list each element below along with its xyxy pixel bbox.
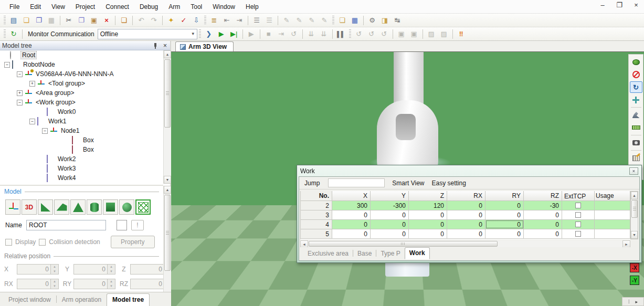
tree-item-tool-group[interactable]: + <Tool group> bbox=[0, 79, 163, 88]
tree-item-work1[interactable]: − Work1 bbox=[0, 117, 163, 126]
usage-cell[interactable] bbox=[595, 220, 630, 229]
spin-up-icon[interactable]: ▲ bbox=[108, 265, 115, 269]
tab-type-p[interactable]: Type P bbox=[376, 248, 404, 259]
toolbar-grip[interactable] bbox=[332, 16, 334, 25]
display-checkbox[interactable] bbox=[5, 239, 12, 246]
z-cell[interactable]: 120 bbox=[409, 201, 447, 210]
measure-icon[interactable] bbox=[630, 122, 642, 133]
start-to-cursor-icon[interactable]: ▶| bbox=[228, 28, 240, 40]
variable-table-icon[interactable]: ▦ bbox=[349, 15, 361, 26]
scrollbar-thumb[interactable] bbox=[164, 195, 171, 271]
y-cell[interactable]: 0 bbox=[371, 220, 409, 229]
col-usage[interactable]: Usage bbox=[595, 191, 630, 201]
add-sphere-button[interactable] bbox=[119, 199, 134, 215]
x-cell[interactable]: 0 bbox=[332, 220, 371, 229]
property-button[interactable]: Property bbox=[111, 236, 155, 248]
add-cone-button[interactable] bbox=[70, 199, 86, 215]
tree-item-box1[interactable]: Box bbox=[0, 135, 163, 145]
footsteps-icon[interactable]: ‼ bbox=[456, 28, 467, 40]
smart-view-menu[interactable]: Smart View bbox=[392, 180, 424, 187]
row-number-cell[interactable]: 4 bbox=[301, 220, 332, 229]
delete-icon[interactable]: × bbox=[101, 15, 112, 26]
name-input[interactable]: ROOT bbox=[26, 220, 106, 230]
ry-cell[interactable]: 0 bbox=[485, 201, 524, 210]
hand-tool-icon[interactable]: ▌▌ bbox=[335, 28, 347, 40]
rz-cell[interactable]: 0 bbox=[524, 220, 562, 229]
ry-cell[interactable]: 0 bbox=[485, 229, 524, 238]
jump-menu[interactable]: Jump bbox=[304, 180, 320, 187]
playback-record-icon[interactable]: ↺ bbox=[366, 28, 377, 40]
col-z[interactable]: Z bbox=[409, 191, 447, 201]
minimize-button[interactable]: – bbox=[598, 1, 607, 9]
search-icon[interactable]: ❏ bbox=[118, 15, 130, 26]
neg-x-view-button[interactable]: -X bbox=[630, 263, 639, 272]
rx-stepper[interactable]: 0▲▼ bbox=[17, 279, 59, 289]
pan-view-icon[interactable] bbox=[630, 94, 642, 105]
add-plane-button[interactable] bbox=[135, 199, 151, 215]
dialog-close-icon[interactable]: × bbox=[629, 167, 638, 175]
resume-icon[interactable]: ▶ bbox=[246, 28, 257, 40]
collision-disable-icon[interactable] bbox=[630, 69, 642, 80]
collapse-toggle[interactable]: − bbox=[4, 62, 10, 68]
project-panel-icon[interactable]: ❏ bbox=[336, 15, 348, 26]
pin-icon[interactable] bbox=[153, 43, 158, 49]
scroll-down-icon[interactable]: ▼ bbox=[164, 176, 171, 184]
collapse-toggle[interactable]: − bbox=[29, 119, 35, 124]
col-exttcp[interactable]: ExtTCP bbox=[562, 191, 595, 201]
scrollbar-thumb[interactable] bbox=[309, 241, 498, 247]
neg-y-view-button[interactable]: -Y bbox=[630, 276, 639, 285]
paste-icon[interactable]: ▣ bbox=[88, 15, 100, 26]
tab-base[interactable]: Base bbox=[353, 248, 376, 259]
rotate-z-icon[interactable]: ↻ bbox=[630, 81, 642, 93]
3d-viewport[interactable]: ↻ -X -Y ⁞ ▸ Work bbox=[171, 51, 644, 306]
jump-input[interactable] bbox=[328, 178, 385, 187]
work-dialog[interactable]: Work × Jump Smart View Easy setting No. … bbox=[297, 165, 642, 263]
x-cell[interactable]: 0 bbox=[332, 229, 371, 238]
menu-project[interactable]: Project bbox=[70, 1, 100, 13]
ry-stepper[interactable]: 0▲▼ bbox=[73, 279, 115, 289]
rx-cell[interactable]: 0 bbox=[447, 229, 485, 238]
camera-icon[interactable] bbox=[630, 137, 642, 149]
ry-cell[interactable]: 0 bbox=[485, 210, 524, 219]
rx-cell[interactable]: 0 bbox=[447, 210, 485, 219]
tree-item-node1[interactable]: − Node1 bbox=[0, 126, 163, 135]
exttcp-checkbox[interactable] bbox=[575, 231, 581, 237]
import-icon[interactable]: ⇩ bbox=[191, 15, 202, 26]
add-ramp-button[interactable] bbox=[54, 199, 69, 215]
tab-exclusive-area[interactable]: Exclusive area bbox=[303, 248, 353, 259]
tree-item-area-group[interactable]: + <Area group> bbox=[0, 88, 163, 98]
robot-view-icon[interactable] bbox=[630, 109, 642, 121]
splitter-handle-icon[interactable]: ⁞ bbox=[628, 299, 630, 304]
cycle-stop-icon[interactable]: ↺ bbox=[288, 28, 300, 40]
run-program-icon[interactable]: ❯ bbox=[203, 28, 215, 40]
expand-toggle[interactable]: + bbox=[29, 81, 35, 87]
step-in-icon[interactable]: ⇊ bbox=[305, 28, 317, 40]
menu-connect[interactable]: Connect bbox=[100, 1, 134, 13]
comment-percent-icon[interactable]: ✎ bbox=[293, 15, 305, 26]
snapshot-all-icon[interactable]: ▨ bbox=[438, 28, 450, 40]
spin-up-icon[interactable]: ▲ bbox=[108, 279, 115, 284]
tree-item-work0[interactable]: Work0 bbox=[0, 107, 163, 117]
row-number-cell[interactable]: 5 bbox=[301, 229, 332, 238]
record-edit-icon[interactable] bbox=[630, 152, 642, 164]
scroll-up-icon[interactable]: ▲ bbox=[164, 50, 171, 58]
add-wedge-button[interactable] bbox=[38, 199, 53, 215]
capture-all-icon[interactable]: ▣ bbox=[408, 28, 420, 40]
save-all-icon[interactable]: ❐ bbox=[33, 15, 45, 26]
model-pane-scrollbar[interactable]: ▲ ▼ bbox=[163, 186, 171, 306]
toolbar-grip[interactable] bbox=[4, 29, 6, 39]
work-table-vscrollbar[interactable]: ▲ ▼ bbox=[630, 191, 638, 239]
rx-cell[interactable]: 0 bbox=[447, 220, 485, 229]
tree-item-vs068a4[interactable]: − VS068A4-AV6-NNN-NNN-A bbox=[0, 69, 163, 79]
step-stop-icon[interactable]: ⇥ bbox=[276, 28, 287, 40]
arm-settings-icon[interactable]: ⚙ bbox=[366, 15, 378, 26]
menu-edit[interactable]: Edit bbox=[25, 1, 46, 13]
usage-cell[interactable] bbox=[595, 210, 630, 219]
row-number-cell[interactable]: 2 bbox=[301, 201, 332, 210]
add-window-icon[interactable]: ✦ bbox=[165, 15, 177, 26]
next-view-icon[interactable]: ▸ bbox=[635, 299, 638, 304]
exttcp-checkbox[interactable] bbox=[575, 203, 581, 208]
restore-button[interactable]: ❐ bbox=[615, 1, 624, 9]
tree-item-work-group[interactable]: − <Work group> bbox=[0, 98, 163, 107]
menu-arm[interactable]: Arm bbox=[163, 1, 185, 13]
